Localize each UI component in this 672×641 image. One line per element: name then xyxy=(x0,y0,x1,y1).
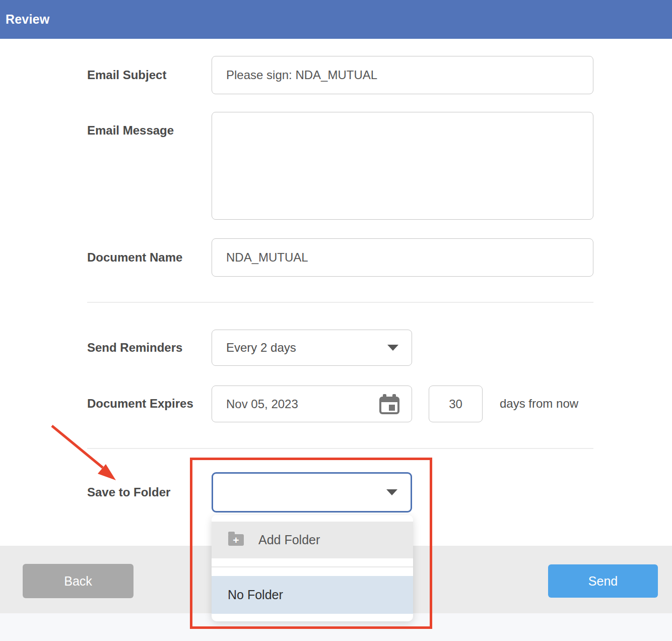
folder-plus-icon xyxy=(228,534,244,546)
chevron-down-icon xyxy=(387,345,398,351)
save-to-folder-select[interactable] xyxy=(212,472,412,512)
expiration-date-value: Nov 05, 2023 xyxy=(226,397,298,411)
chevron-down-icon xyxy=(386,489,397,495)
email-message-label: Email Message xyxy=(87,123,174,138)
email-message-textarea[interactable] xyxy=(212,112,593,220)
review-header-bar: Review xyxy=(0,0,672,39)
dropdown-item-label: No Folder xyxy=(228,588,283,602)
send-reminders-value: Every 2 days xyxy=(226,341,296,355)
page-title: Review xyxy=(0,12,49,27)
document-name-label: Document Name xyxy=(87,250,182,265)
back-button[interactable]: Back xyxy=(23,564,133,598)
email-subject-input[interactable] xyxy=(212,56,593,94)
send-reminders-label: Send Reminders xyxy=(87,340,182,355)
dropdown-item-label: Add Folder xyxy=(258,533,320,547)
save-to-folder-label: Save to Folder xyxy=(87,485,170,500)
section-divider xyxy=(87,302,593,303)
dropdown-item-add-folder[interactable]: Add Folder xyxy=(212,522,413,558)
dropdown-separator xyxy=(212,566,413,567)
dropdown-item-no-folder[interactable]: No Folder xyxy=(212,576,413,614)
document-name-input[interactable] xyxy=(212,238,593,277)
send-reminders-select[interactable]: Every 2 days xyxy=(212,330,412,366)
send-button[interactable]: Send xyxy=(548,564,658,598)
document-expires-label: Document Expires xyxy=(87,396,193,411)
days-from-now-label: days from now xyxy=(500,396,578,411)
section-divider xyxy=(87,448,593,449)
expiration-date-input[interactable]: Nov 05, 2023 xyxy=(212,386,412,422)
email-subject-label: Email Subject xyxy=(87,68,166,83)
folder-dropdown: Add Folder No Folder xyxy=(212,515,413,621)
expiration-days-input[interactable] xyxy=(429,386,483,422)
calendar-icon[interactable] xyxy=(379,394,399,414)
